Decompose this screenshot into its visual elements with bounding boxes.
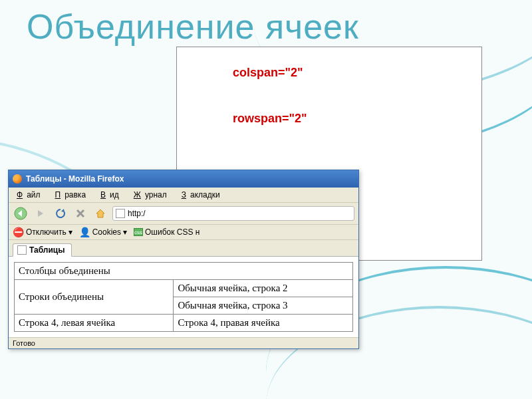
menu-edit[interactable]: Правка [51, 190, 94, 200]
home-icon [94, 207, 106, 219]
arrow-left-icon [14, 207, 27, 220]
stop-icon [75, 208, 86, 219]
tab-tables[interactable]: Таблицы [13, 243, 72, 257]
page-icon [116, 209, 125, 218]
arrow-right-icon [35, 208, 46, 219]
menu-file[interactable]: Файл [13, 190, 49, 200]
dev-toolbar: ⛔ Отключить ▾ 👤 Cookies ▾ css Ошибок CSS… [9, 225, 358, 240]
table-row: Столбцы объединены [15, 263, 353, 280]
menubar: Файл Правка Вид Журнал Закладки [9, 188, 358, 203]
menu-bookmarks[interactable]: Закладки [178, 190, 228, 200]
cell: Обычная ячейка, строка 2 [174, 280, 353, 297]
table-row: Строка 4, левая ячейка Строка 4, правая … [15, 315, 353, 332]
page-icon [17, 245, 27, 255]
browser-window: Таблицы - Mozilla Firefox Файл Правка Ви… [8, 170, 359, 349]
disable-icon: ⛔ [13, 227, 24, 237]
home-button[interactable] [92, 205, 108, 221]
disable-button[interactable]: ⛔ Отключить ▾ [13, 227, 72, 237]
css-icon: css [134, 228, 143, 236]
table-row: Строки объединены Обычная ячейка, строка… [15, 280, 353, 297]
firefox-icon [13, 174, 22, 184]
cell: Строка 4, правая ячейка [174, 315, 353, 332]
back-button[interactable] [13, 205, 29, 221]
url-text: http:/ [128, 209, 146, 218]
cell-merged-rows: Строки объединены [15, 280, 174, 315]
forward-button[interactable] [33, 205, 49, 221]
chevron-down-icon: ▾ [123, 227, 127, 237]
css-errors-button[interactable]: css Ошибок CSS н [134, 227, 200, 237]
demo-table: Столбцы объединены Строки объединены Обы… [14, 262, 353, 332]
chevron-down-icon: ▾ [68, 227, 72, 237]
titlebar[interactable]: Таблицы - Mozilla Firefox [9, 170, 358, 188]
person-icon: 👤 [79, 227, 90, 237]
nav-toolbar: http:/ [9, 203, 358, 225]
cell: Обычная ячейка, строка 3 [174, 297, 353, 315]
reload-button[interactable] [53, 205, 68, 221]
reload-icon [55, 207, 66, 219]
cookies-button[interactable]: 👤 Cookies ▾ [79, 227, 127, 237]
menu-history[interactable]: Журнал [130, 190, 175, 200]
statusbar: Готово [9, 337, 358, 348]
cell-merged-cols: Столбцы объединены [15, 263, 353, 280]
stop-button[interactable] [72, 205, 88, 221]
page-content: Столбцы объединены Строки объединены Обы… [9, 257, 358, 337]
tab-label: Таблицы [29, 245, 65, 255]
code-rowspan: rowspan="2" [233, 112, 467, 126]
window-title: Таблицы - Mozilla Firefox [26, 174, 124, 184]
menu-view[interactable]: Вид [96, 190, 127, 200]
code-colspan: colspan="2" [233, 66, 467, 80]
tabstrip: Таблицы [9, 240, 358, 257]
slide-title: Объединение ячеек [27, 7, 359, 47]
cell: Строка 4, левая ячейка [15, 315, 174, 332]
address-bar[interactable]: http:/ [112, 206, 354, 221]
